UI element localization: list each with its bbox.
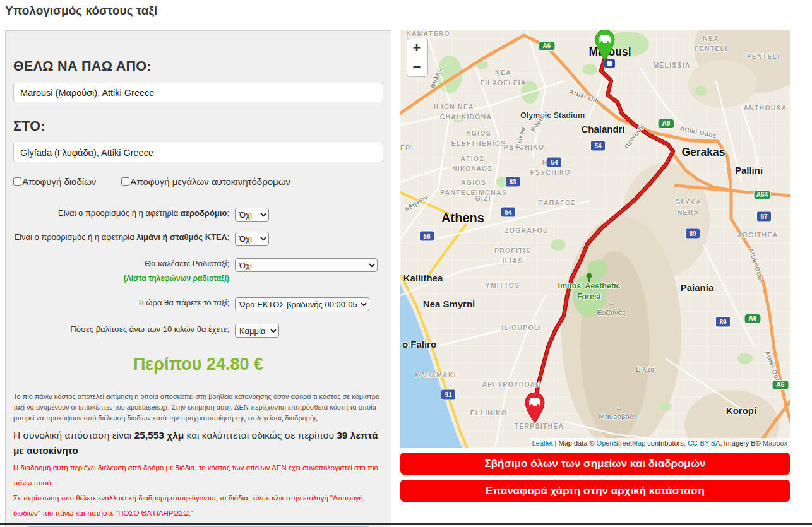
port-label: Είναι ο προορισμός ή η αφετηρία λιμάνι ή… xyxy=(13,232,229,244)
road-shield: 54 xyxy=(590,141,606,151)
map-label: Paiania xyxy=(681,282,714,293)
road-shield: 87 xyxy=(756,211,772,222)
end-marker-icon[interactable] xyxy=(523,391,547,423)
road-shield: 91 xyxy=(441,389,456,400)
port-row: Είναι ο προορισμός ή η αφετηρία λιμάνι ή… xyxy=(13,232,383,246)
map-label: AGIOS PANTELEIMONAS xyxy=(440,178,507,198)
leaflet-link[interactable]: Leaflet xyxy=(532,439,553,447)
map-label: △ xyxy=(609,299,614,305)
road-shield: A6 xyxy=(744,314,761,324)
map-label: Olympic Stadium xyxy=(520,111,585,120)
zoom-out-button[interactable]: − xyxy=(407,57,426,76)
luggage-select[interactable]: Καμμία xyxy=(235,324,279,338)
map-label: YMITTOS xyxy=(486,281,520,291)
map-label: ARGITHEA xyxy=(737,230,778,240)
map-column: KAMATERONEA PENTELIPENTELIMELISSIANEA FI… xyxy=(400,30,790,502)
estimated-price: Περίπου 24.80 € xyxy=(13,355,383,374)
avoid-tolls-label: Αποφυγή διοδίων xyxy=(22,176,96,187)
map-label: Chalandri xyxy=(581,124,624,134)
road-shield: 89 xyxy=(685,228,700,239)
map-label: o Faliro xyxy=(402,339,436,350)
map-label: Εύζωνας xyxy=(597,309,625,316)
map-label: PENTELI xyxy=(747,52,780,62)
distance-summary: Η συνολική απόσταση είναι 25,553 χλμ και… xyxy=(13,428,383,458)
road-shield: 54 xyxy=(547,157,562,168)
map-label: PSYCHIKO xyxy=(504,143,544,153)
road-shield: 54 xyxy=(501,207,516,218)
to-input[interactable] xyxy=(13,143,383,162)
road-shield: A6 xyxy=(658,119,675,129)
map-label: ΠΑΠΑΓΟΣ xyxy=(538,198,576,208)
zoom-in-button[interactable]: + xyxy=(407,38,426,57)
map-label: ΑΡΓΥΡΟΥΠΟΛΗ xyxy=(482,380,540,390)
page-title: Υπολογισμός κόστους ταξί xyxy=(5,4,157,18)
ccbysa-link[interactable]: CC-BY-SA xyxy=(688,439,720,447)
map-label: GLYKA NERA xyxy=(675,198,702,218)
road-shield: A6 xyxy=(539,41,556,51)
map-label: TERPSITHEA xyxy=(515,422,564,432)
map-roads-layer xyxy=(400,30,790,448)
map-label: PERISTERI xyxy=(400,143,414,153)
radiotaxi-phone-list-link[interactable]: (Λίστα τηλεφώνων ραδιοταξί) xyxy=(13,273,229,284)
airport-row: Είναι ο προορισμός ή η αφετηρία αεροδρόμ… xyxy=(13,208,383,222)
map-label: PROFITIS ILIAS xyxy=(494,246,531,266)
map-label: ELLINIKO xyxy=(470,408,508,418)
luggage-row: Πόσες βαλίτσες άνω των 10 κιλών θα έχετε… xyxy=(13,324,383,338)
options-row: Αποφυγή διοδίων Αποφυγή μεγάλων αυτοκινη… xyxy=(9,176,383,187)
map-label: ILIOUPOLI xyxy=(501,323,541,333)
avoid-highways-label: Αποφυγή μεγάλων αυτοκινητόδρομων xyxy=(130,176,290,187)
from-input[interactable] xyxy=(13,83,383,102)
taxi-form-panel: ΘΕΛΩ ΝΑ ΠΑΩ ΑΠΟ: ΣΤΟ: Αποφυγή διοδίων Απ… xyxy=(5,30,391,527)
radiotaxi-label: Θα καλέσετε Ραδιοταξί; xyxy=(145,259,229,268)
reset-map-button[interactable]: Επαναφορά χάρτη στην αρχική κατάσταση xyxy=(400,480,790,502)
map-zoom-control: + − xyxy=(407,38,428,77)
openstreetmap-link[interactable]: OpenStreetMap xyxy=(597,439,646,447)
time-row: Τι ώρα θα πάρετε το ταξί; Ώρα ΕΚΤΟΣ βραδ… xyxy=(13,297,383,311)
map-label: NEA PENTELI xyxy=(695,34,728,54)
map-label: ZOGRAFOU xyxy=(505,226,549,236)
from-heading: ΘΕΛΩ ΝΑ ΠΑΩ ΑΠΟ: xyxy=(13,59,383,74)
airport-label: Είναι ο προορισμός ή η αφετηρία αεροδρόμ… xyxy=(13,208,229,220)
map-label: AGIOS ELEFTHERIOS xyxy=(451,129,506,149)
time-select[interactable]: Ώρα ΕΚΤΟΣ βραδυνής 00:00-05:00 xyxy=(235,297,369,311)
map-label: GIZI xyxy=(475,194,491,204)
map-label: KALAMAKI xyxy=(415,370,457,381)
map-label: △ xyxy=(617,404,621,410)
map-label: Koropi xyxy=(726,405,756,416)
avoid-highways-checkbox[interactable] xyxy=(121,177,129,186)
time-label: Τι ώρα θα πάρετε το ταξί; xyxy=(13,297,229,309)
radiotaxi-select[interactable]: Όχι xyxy=(235,258,378,272)
toll-warning: Η διαδρομή αυτή περιέχει διέλευση από δρ… xyxy=(13,460,383,521)
map-label: Βίλιζα xyxy=(636,365,654,373)
map-label: Gerakas xyxy=(681,146,725,159)
map-label: NEA CHALKIDONA xyxy=(440,102,493,122)
map-attribution: Leaflet | Map data © OpenStreetMap contr… xyxy=(530,438,791,448)
price-disclaimer: Το πιο πάνω κόστος αποτελεί εκτίμηση η ο… xyxy=(13,391,383,423)
road-shield: A64 xyxy=(754,190,771,200)
road-shield: 89 xyxy=(715,317,731,328)
map-canvas[interactable]: KAMATERONEA PENTELIPENTELIMELISSIANEA FI… xyxy=(400,30,790,448)
map-label: Kallithea xyxy=(403,273,443,283)
port-select[interactable]: Όχι xyxy=(235,232,269,246)
metro-station-icon xyxy=(604,59,615,68)
map-label: MELISSIA xyxy=(653,61,690,71)
map-label: ANTHOUSA xyxy=(743,104,787,114)
avoid-tolls-checkbox[interactable] xyxy=(13,177,21,186)
map-label: Athens xyxy=(441,211,484,225)
map-label: ΑΓΙΟΣ ΝΙΚΟΛΑΟΣ xyxy=(452,154,493,174)
road-shield: A6 xyxy=(772,380,789,390)
luggage-label: Πόσες βαλίτσες άνω των 10 κιλών θα έχετε… xyxy=(13,324,229,336)
map-label: Pallini xyxy=(735,165,763,175)
to-heading: ΣΤΟ: xyxy=(13,119,383,134)
radiotaxi-row: Θα καλέσετε Ραδιοταξί; (Λίστα τηλεφώνων … xyxy=(13,258,383,284)
map-label: NEA FILADELFIA xyxy=(480,68,526,88)
map-label: Μαυροβούνι xyxy=(599,413,638,420)
mapbox-link[interactable]: Mapbox xyxy=(763,439,787,447)
start-marker-icon[interactable] xyxy=(593,30,617,60)
road-shield: 56 xyxy=(419,231,434,242)
airport-select[interactable]: Όχι xyxy=(235,208,269,222)
footer-divider xyxy=(0,523,812,525)
road-shield: 83 xyxy=(505,177,520,187)
clear-points-button[interactable]: Σβήσιμο όλων των σημείων και διαδρομών xyxy=(400,453,790,475)
map-label: Nea Smyrni xyxy=(423,299,475,309)
